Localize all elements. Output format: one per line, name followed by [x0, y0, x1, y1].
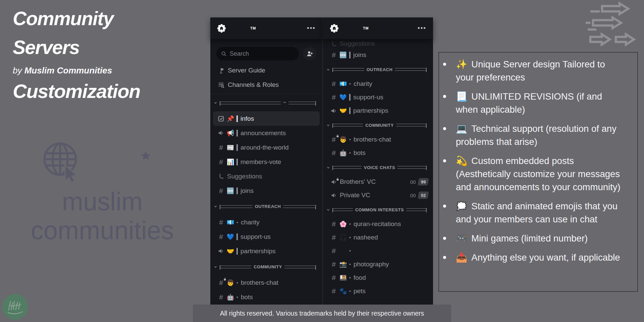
channel-name: charity [354, 80, 372, 88]
sidebar-item-channels-roles[interactable]: Channels & Roles [210, 77, 322, 92]
dot-separator: • [349, 81, 351, 87]
server-header[interactable]: TM ••• [210, 17, 322, 39]
channel-name: quran-recitations [354, 220, 401, 228]
channel-name: partnerships [353, 107, 388, 114]
channel-row[interactable]: #📸•photography [323, 258, 433, 271]
channel-row[interactable]: #📊members-vote [210, 155, 322, 169]
channel-row[interactable]: #🐾•pets [323, 284, 433, 298]
overflow-menu-button[interactable]: ••• [307, 26, 316, 30]
channel-name: support-us [240, 233, 271, 240]
channel-row[interactable]: #💙support-us [323, 91, 433, 104]
category-row[interactable]: COMMUNITY [323, 117, 433, 133]
bar-separator [236, 248, 238, 255]
features-list: ✨Unique Server design Tailored to your p… [439, 53, 637, 264]
bar-separator [236, 187, 238, 194]
sidebar-item-label: Channels & Roles [228, 81, 279, 89]
channel-name: photography [354, 261, 389, 268]
home-badge-icon [330, 24, 339, 33]
channel-row[interactable]: #🆕joins [210, 183, 322, 198]
add-member-button[interactable] [303, 47, 316, 60]
channel-emoji-icon: 💶 [226, 219, 235, 226]
channel-name: pets [354, 287, 366, 295]
channel-row[interactable]: #🍱•food [323, 271, 433, 284]
megaphone-icon [330, 108, 338, 114]
voice-channel-row[interactable]: Brothers' VC0099 [323, 175, 433, 189]
channel-row[interactable]: #💶•charity [210, 215, 322, 229]
hash-icon-locked: # [330, 136, 338, 144]
channel-row[interactable]: #🆕joins [323, 48, 433, 62]
dot-separator: • [236, 220, 238, 225]
hash-icon: # [330, 247, 338, 255]
feature-item: 📥Anything else you want, if applicable [456, 251, 625, 264]
hash-icon: # [217, 187, 225, 195]
footer-band: All rights reserved. Various trademarks … [193, 305, 451, 322]
channel-name: Private VC [340, 192, 370, 199]
speaker-icon-locked [330, 179, 338, 185]
hash-icon: # [330, 274, 338, 282]
search-placeholder: Search [230, 50, 249, 57]
channel-emoji-icon: 💙 [338, 94, 348, 101]
checkbox-icon [217, 115, 225, 122]
feature-item: 💫Custom embedded posts (Aesthetically cu… [456, 154, 625, 194]
voice-user-count: 0099 [410, 178, 428, 185]
channel-name: Brothers' VC [340, 178, 376, 185]
feature-emoji-icon: 📃 [456, 91, 467, 102]
category-row[interactable]: COMMON INTERESTS [323, 202, 433, 217]
thread-row[interactable]: Suggestions [210, 169, 322, 183]
category-row[interactable]: OUTREACH [210, 198, 322, 215]
category-label: OUTREACH [255, 204, 281, 209]
channel-row[interactable]: #• [323, 244, 433, 258]
sidebar-item-label: Server Guide [228, 67, 265, 74]
speaker-icon [330, 192, 338, 199]
channel-name: infos [240, 115, 254, 122]
search-icon [221, 51, 227, 57]
feature-text: Custom embedded posts (Aesthetically cus… [456, 156, 621, 192]
channel-row[interactable]: #🎧•nasheed [323, 231, 433, 244]
feature-emoji-icon: 🗯️ [456, 201, 467, 211]
channel-row[interactable]: #👦•brothers-chat [210, 275, 322, 290]
channel-row[interactable]: #📰around-the-world [210, 140, 322, 155]
category-label: COMMON INTERESTS [355, 207, 404, 212]
dot-separator: • [349, 262, 351, 267]
channel-emoji-icon: 📢 [226, 129, 235, 137]
category-row[interactable]: VOICE CHATS [323, 160, 433, 175]
server-header[interactable]: TM ••• [323, 17, 433, 39]
overflow-menu-button[interactable]: ••• [418, 26, 426, 30]
calligraphy-logo [1, 292, 30, 321]
channel-row[interactable]: #🌸•quran-recitations [323, 217, 433, 231]
crescent-star-icon [122, 144, 153, 177]
channel-row[interactable]: #🤖•bots [323, 146, 433, 160]
feature-text: Anything else you want, if applicable [471, 252, 620, 263]
channel-row[interactable]: #💙support-us [210, 229, 322, 244]
channel-name: bots [241, 293, 253, 301]
sidebar-item-server-guide[interactable]: Server Guide [210, 63, 322, 77]
channel-emoji-icon: 📰 [226, 144, 235, 151]
channel-row[interactable]: 🤝partnerships [210, 244, 322, 258]
channel-emoji-icon: 🤖 [338, 149, 348, 157]
hash-icon: # [330, 260, 338, 268]
channel-emoji-icon: 👦 [226, 279, 235, 286]
channel-row[interactable]: #💶•charity [323, 77, 433, 91]
channel-name: around-the-world [240, 144, 289, 151]
channel-name: food [354, 274, 366, 281]
feature-emoji-icon: 💻 [456, 123, 467, 134]
channel-row[interactable]: #👦•brothers-chat [323, 133, 433, 146]
channel-emoji-icon: 📸 [338, 261, 348, 268]
hash-icon: # [217, 144, 225, 152]
bar-separator [349, 107, 351, 114]
page-canvas: Community Servers by Muslim Communities … [0, 0, 644, 322]
channel-name: support-us [353, 94, 383, 101]
channel-row[interactable]: 📢announcements [210, 126, 322, 140]
footer-text: All rights reserved. Various trademarks … [220, 310, 424, 317]
category-row[interactable]: OUTREACH [323, 62, 433, 77]
channel-row[interactable]: 📌infos [213, 111, 320, 126]
channel-row[interactable]: 🤝partnerships [323, 104, 433, 117]
category-row[interactable]: COMMUNITY [210, 258, 322, 275]
channel-row[interactable]: #🤖•bots [210, 290, 322, 304]
thread-row[interactable]: Suggestions [323, 39, 433, 48]
category-label: OUTREACH [367, 67, 393, 72]
category-row[interactable]: ™ [210, 94, 322, 111]
search-input[interactable]: Search [216, 47, 299, 60]
channel-emoji-icon: 💙 [226, 233, 235, 240]
voice-channel-row[interactable]: Private VC0002 [323, 189, 433, 202]
